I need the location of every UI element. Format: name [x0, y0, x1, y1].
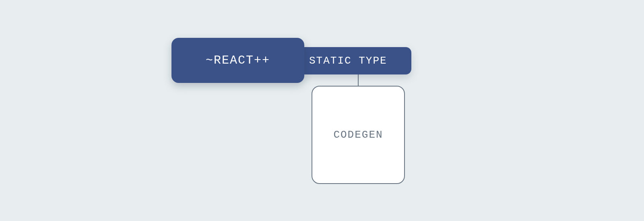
- node-static-type: STATIC TYPE: [299, 47, 411, 74]
- node-react-label: ~REACT++: [206, 54, 270, 67]
- diagram-canvas: ~REACT++ STATIC TYPE CODEGEN: [0, 0, 644, 221]
- node-codegen-label: CODEGEN: [333, 129, 383, 141]
- node-static-type-label: STATIC TYPE: [309, 55, 387, 67]
- node-react: ~REACT++: [171, 38, 304, 83]
- node-codegen: CODEGEN: [312, 86, 405, 184]
- connector-static-to-codegen: [358, 74, 359, 87]
